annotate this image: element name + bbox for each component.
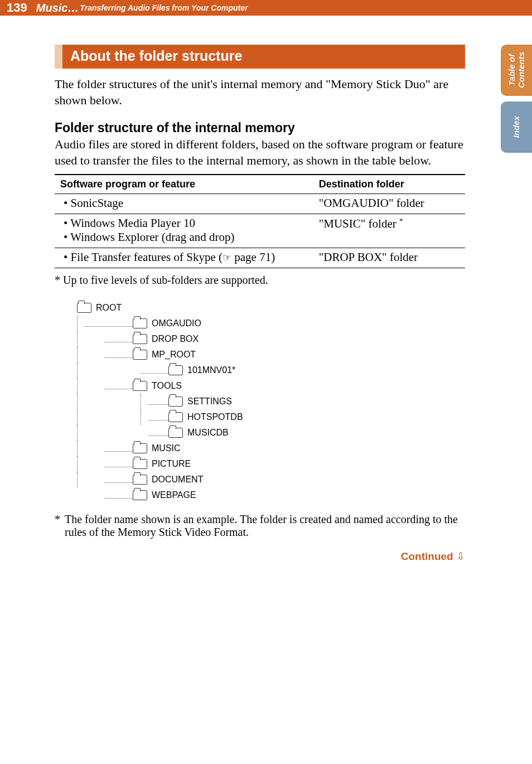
tree-node: DOCUMENT <box>77 472 465 487</box>
folder-table: Software program or feature Destination … <box>55 174 465 268</box>
breadcrumb-sub: Transferring Audio Files from Your Compu… <box>80 3 248 12</box>
intro-paragraph: The folder structures of the unit's inte… <box>55 76 465 108</box>
tree-label: MUSIC <box>152 444 181 453</box>
folder-icon <box>133 490 147 500</box>
folder-icon <box>168 365 183 375</box>
tree-label: SETTINGS <box>187 397 232 406</box>
list-item: Windows Explorer (drag and drop) <box>60 230 308 244</box>
continued-label: Continued <box>401 550 456 562</box>
tree-label: PICTURE <box>152 460 191 468</box>
cross-reference-icon[interactable]: ☞ <box>223 252 231 263</box>
tree-node: MUSIC <box>77 441 465 456</box>
cell-software: SonicStage <box>55 194 313 214</box>
tab-index-label: Index <box>512 116 521 138</box>
page-number: 139 <box>7 1 27 15</box>
tree-label: 101MNV01* <box>187 366 235 375</box>
folder-icon <box>133 350 147 360</box>
table-row: SonicStage "OMGAUDIO" folder <box>55 194 465 214</box>
tree-label: TOOLS <box>152 381 182 390</box>
tree-label: DROP BOX <box>152 335 199 344</box>
cell-destination: "MUSIC" folder * <box>313 214 465 248</box>
down-arrow-icon: ⇩ <box>456 550 465 562</box>
dest-text: "DROP BOX" folder <box>319 250 418 264</box>
tree-label: DOCUMENT <box>152 475 203 484</box>
table-header-row: Software program or feature Destination … <box>55 175 465 194</box>
list-item: Windows Media Player 10 <box>60 216 308 230</box>
tree-label: MP_ROOT <box>152 350 196 359</box>
tree-label: OMGAUDIO <box>152 319 201 328</box>
section-heading: About the folder structure <box>55 45 465 69</box>
page-header: 139 Music… Transferring Audio Files from… <box>0 0 532 16</box>
cell-software: Windows Media Player 10 Windows Explorer… <box>55 214 313 248</box>
page: 139 Music… Transferring Audio Files from… <box>0 0 532 764</box>
tree-label: WEBPAGE <box>152 491 196 500</box>
footnote-2: * The folder name shown is an example. T… <box>55 513 465 539</box>
tree-node: PICTURE <box>77 456 465 472</box>
tree-node: TOOLS <box>77 378 465 394</box>
tree-node: 101MNV01* <box>77 362 465 378</box>
tab-table-of-contents[interactable]: Table of Contents <box>501 45 532 96</box>
folder-icon <box>133 318 147 328</box>
dest-text: "MUSIC" folder <box>319 217 399 230</box>
continued-indicator: Continued ⇩ <box>55 550 465 563</box>
subsection-paragraph: Audio files are stored in different fold… <box>55 137 465 168</box>
tree-label: HOTSPOTDB <box>187 413 243 422</box>
tab-index[interactable]: Index <box>501 101 532 153</box>
tree-node: SETTINGS <box>77 394 465 409</box>
folder-icon <box>133 381 147 391</box>
xref-suffix: page 71) <box>231 250 275 264</box>
folder-icon <box>133 334 147 344</box>
content-area: About the folder structure The folder st… <box>0 16 532 563</box>
breadcrumb-main: Music… <box>36 2 79 14</box>
subsection-heading: Folder structure of the internal memory <box>55 120 465 136</box>
footnote-asterisk: * <box>55 513 65 539</box>
tree-node: DROP BOX <box>77 331 465 347</box>
folder-icon <box>168 396 183 407</box>
cell-destination: "DROP BOX" folder <box>313 248 465 268</box>
list-item: File Transfer features of Skype (☞ page … <box>60 250 308 264</box>
tree-node-root: ROOT <box>77 300 465 316</box>
col-header-destination: Destination folder <box>313 175 465 194</box>
cell-software: File Transfer features of Skype (☞ page … <box>55 248 313 268</box>
col-header-software: Software program or feature <box>55 175 313 194</box>
footnote-1: * Up to five levels of sub-folders are s… <box>55 274 465 287</box>
tree-node: MP_ROOT <box>77 347 465 362</box>
tree-node: MUSICDB <box>77 425 465 441</box>
table-row: Windows Media Player 10 Windows Explorer… <box>55 214 465 248</box>
folder-icon <box>168 428 183 438</box>
tree-node: HOTSPOTDB <box>77 409 465 425</box>
tree-node: OMGAUDIO <box>77 316 465 331</box>
cell-destination: "OMGAUDIO" folder <box>313 194 465 214</box>
side-tabs: Table of Contents Index <box>501 45 532 153</box>
dest-text: "OMGAUDIO" folder <box>319 196 424 210</box>
table-row: File Transfer features of Skype (☞ page … <box>55 248 465 268</box>
tree-label: MUSICDB <box>187 428 229 437</box>
tree-label: ROOT <box>96 303 122 312</box>
tree-node: WEBPAGE <box>77 487 465 503</box>
folder-icon <box>133 459 147 469</box>
folder-icon <box>133 443 147 453</box>
folder-icon <box>168 412 183 422</box>
dest-sup: * <box>399 216 403 225</box>
folder-icon <box>77 303 91 313</box>
tab-toc-label: Table of Contents <box>507 45 526 96</box>
xref-prefix: File Transfer features of Skype ( <box>71 250 223 264</box>
folder-icon <box>133 475 147 485</box>
footnote-2-text: The folder name shown is an example. The… <box>65 513 465 539</box>
list-item: SonicStage <box>60 196 308 210</box>
folder-tree: ROOT OMGAUDIO DROP BOX MP_ROOT 101MNV01* <box>77 300 465 503</box>
